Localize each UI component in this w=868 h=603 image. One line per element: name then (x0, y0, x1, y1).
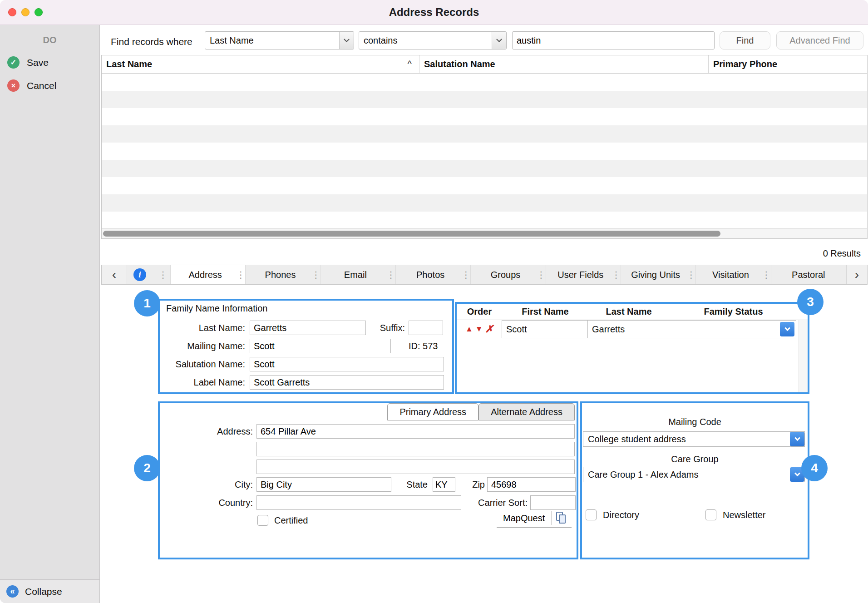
mailing-code-value: College student address (583, 434, 790, 445)
move-down-icon[interactable]: ▼ (475, 325, 483, 334)
address-records-window: Address Records DO ✓ Save × Cancel « Col… (0, 0, 868, 603)
collapse-label: Collapse (25, 586, 62, 597)
column-header-family-status: Family Status (669, 306, 798, 317)
search-operator-value: contains (359, 35, 492, 46)
save-button[interactable]: ✓ Save (0, 56, 99, 69)
tab-menu-icon: ⋮ (461, 269, 467, 280)
address-line1-field[interactable] (256, 424, 575, 439)
label-name-label: Label Name: (160, 375, 245, 390)
address-section: Primary Address Alternate Address Addres… (158, 401, 578, 559)
column-header-salutation-name[interactable]: Salutation Name (419, 55, 709, 73)
family-status-dropdown[interactable] (668, 320, 796, 338)
tab-alternate-address[interactable]: Alternate Address (478, 403, 575, 420)
address-line2-field[interactable] (256, 442, 575, 456)
tab-menu-icon: ⋮ (386, 269, 392, 280)
close-window-button[interactable] (8, 8, 16, 16)
mailing-name-field[interactable] (250, 339, 391, 353)
sort-asc-icon: ^ (408, 59, 419, 69)
mapquest-button[interactable]: MapQuest (497, 513, 551, 524)
chevron-down-icon (339, 32, 354, 49)
certified-checkbox[interactable] (257, 515, 268, 526)
copy-address-icon[interactable] (556, 512, 567, 524)
tab-primary-address[interactable]: Primary Address (387, 403, 478, 420)
cancel-button[interactable]: × Cancel (0, 79, 99, 92)
state-label: State (399, 477, 428, 492)
chevron-left-icon: ‹ (112, 267, 116, 282)
address-tabs: Primary Address Alternate Address (387, 403, 575, 420)
last-name-field[interactable] (250, 321, 366, 335)
search-field-value: Last Name (205, 35, 339, 46)
tab-label: Groups (474, 270, 536, 280)
tabs-scroll-right-button[interactable]: › (846, 265, 867, 284)
info-icon: i (133, 268, 146, 281)
tab-giving-units[interactable]: Giving Units ⋮ (621, 265, 696, 284)
tab-email[interactable]: Email ⋮ (321, 265, 396, 284)
tab-phones[interactable]: Phones ⋮ (246, 265, 321, 284)
zoom-window-button[interactable] (35, 8, 43, 16)
minimize-window-button[interactable] (21, 8, 30, 16)
chevron-down-icon (790, 432, 804, 446)
carrier-sort-field[interactable] (530, 495, 576, 510)
mailing-code-dropdown[interactable]: College student address (583, 431, 805, 447)
salutation-name-field[interactable] (250, 357, 444, 371)
find-button[interactable]: Find (720, 31, 770, 49)
carrier-sort-label: Carrier Sort: (450, 495, 528, 510)
delete-member-icon[interactable]: ✗ (485, 323, 493, 335)
advanced-find-button[interactable]: Advanced Find (776, 31, 863, 49)
tab-user-fields[interactable]: User Fields ⋮ (546, 265, 621, 284)
cancel-label: Cancel (27, 80, 56, 91)
codes-section: Mailing Code College student address Car… (580, 401, 809, 559)
cancel-x-icon: × (7, 79, 20, 92)
search-query-input[interactable] (512, 31, 715, 49)
chevron-down-icon[interactable] (780, 322, 794, 336)
member-first-name-field[interactable]: Scott (502, 320, 588, 338)
last-name-label: Last Name: (160, 321, 245, 335)
label-name-field[interactable] (250, 375, 444, 390)
scrollbar-thumb[interactable] (103, 231, 720, 237)
city-field[interactable] (256, 477, 391, 492)
state-field[interactable] (433, 477, 455, 492)
address-line3-field[interactable] (256, 460, 575, 474)
tab-info[interactable]: i ⋮ (127, 265, 171, 284)
suffix-field[interactable] (409, 321, 443, 335)
tab-menu-icon: ⋮ (537, 269, 542, 280)
column-header-last-name[interactable]: Last Name ^ (102, 55, 419, 73)
tab-menu-icon: ⋮ (612, 269, 617, 280)
tab-groups[interactable]: Groups ⋮ (471, 265, 546, 284)
tab-photos[interactable]: Photos ⋮ (396, 265, 471, 284)
column-label: Salutation Name (424, 59, 495, 69)
section-title: Family Name Information (166, 303, 267, 314)
move-up-icon[interactable]: ▲ (465, 325, 473, 334)
country-field[interactable] (256, 495, 461, 510)
member-last-name-field[interactable]: Garretts (587, 320, 668, 338)
tabs-scroll-left-button[interactable]: ‹ (102, 265, 127, 284)
horizontal-scrollbar[interactable] (102, 228, 867, 238)
tab-address[interactable]: Address ⋮ (171, 265, 246, 284)
tab-pastoral[interactable]: Pastoral (771, 265, 846, 284)
tab-label: Visitation (700, 270, 761, 280)
tab-label: User Fields (550, 270, 612, 280)
save-label: Save (27, 57, 49, 68)
vertical-scrollbar[interactable] (799, 320, 808, 392)
column-label: Last Name (106, 59, 152, 69)
collapse-icon: « (6, 585, 19, 598)
column-header-order: Order (457, 306, 502, 317)
main-area: Find records where Last Name contains Fi… (100, 25, 868, 603)
record-id: ID: 573 (409, 339, 449, 353)
column-header-first-name: First Name (502, 306, 588, 317)
family-members-section: Order First Name Last Name Family Status… (455, 302, 809, 394)
column-header-last-name: Last Name (588, 306, 669, 317)
care-group-dropdown[interactable]: Care Group 1 - Alex Adams (583, 467, 805, 482)
search-operator-dropdown[interactable]: contains (359, 31, 507, 49)
zip-field[interactable] (487, 477, 576, 492)
search-field-dropdown[interactable]: Last Name (205, 31, 354, 49)
annotation-circle-1: 1 (134, 290, 160, 316)
map-tools: MapQuest (497, 511, 572, 528)
directory-checkbox[interactable] (586, 509, 597, 520)
newsletter-checkbox[interactable] (705, 509, 716, 520)
column-header-primary-phone[interactable]: Primary Phone (709, 55, 867, 73)
tab-menu-icon: ⋮ (686, 269, 692, 280)
tab-visitation[interactable]: Visitation ⋮ (696, 265, 771, 284)
window-title: Address Records (389, 6, 479, 19)
collapse-button[interactable]: « Collapse (0, 579, 99, 603)
